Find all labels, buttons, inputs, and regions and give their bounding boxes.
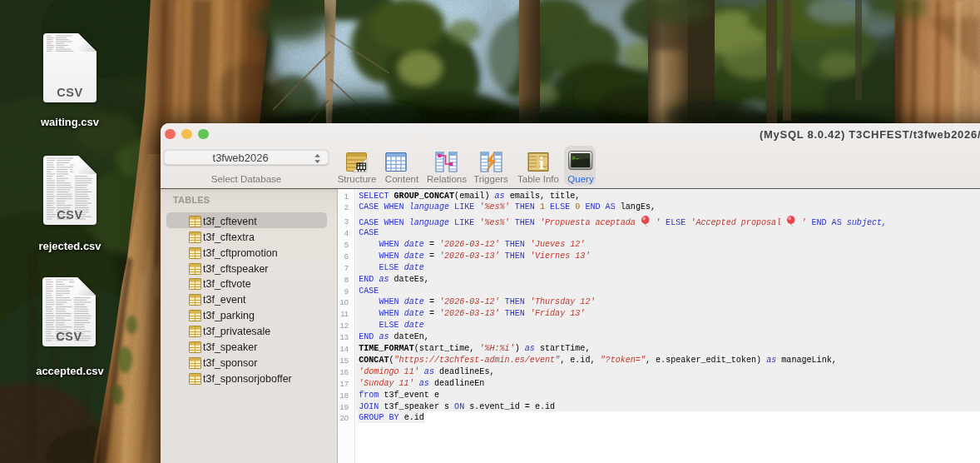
svg-text:CSV: CSV: [57, 208, 82, 222]
svg-text:CSV: CSV: [57, 86, 82, 99]
svg-text:i: i: [539, 152, 544, 173]
svg-text:CSV: CSV: [56, 330, 82, 343]
svg-text:>‑: >‑: [572, 155, 579, 162]
